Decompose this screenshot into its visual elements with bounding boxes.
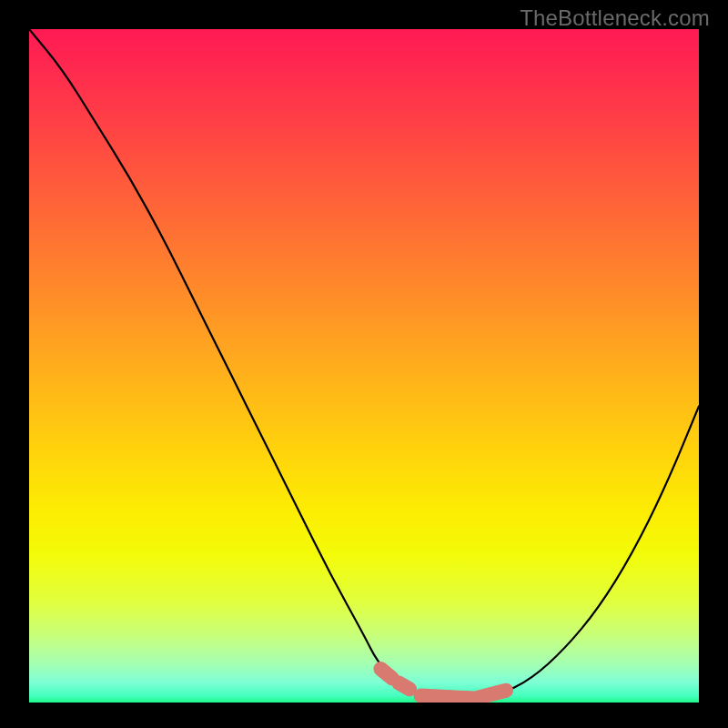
curve-layer <box>29 29 699 703</box>
bottleneck-curve <box>29 29 699 700</box>
watermark-text: TheBottleneck.com <box>520 5 710 31</box>
highlight-pill <box>421 696 475 699</box>
highlight-pill <box>380 669 392 678</box>
highlight-pill <box>399 683 410 690</box>
highlight-markers <box>380 669 506 699</box>
highlight-pill <box>478 691 506 698</box>
plot-area <box>29 29 699 703</box>
chart-container: TheBottleneck.com <box>0 0 728 728</box>
